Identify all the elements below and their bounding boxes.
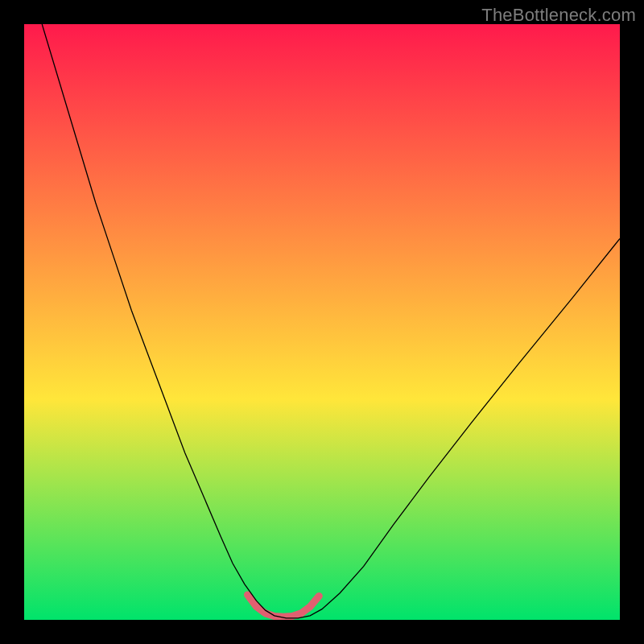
chart-frame: TheBottleneck.com bbox=[0, 0, 644, 644]
watermark-text: TheBottleneck.com bbox=[481, 5, 636, 26]
chart-svg bbox=[24, 24, 620, 620]
chart-background bbox=[24, 24, 620, 620]
